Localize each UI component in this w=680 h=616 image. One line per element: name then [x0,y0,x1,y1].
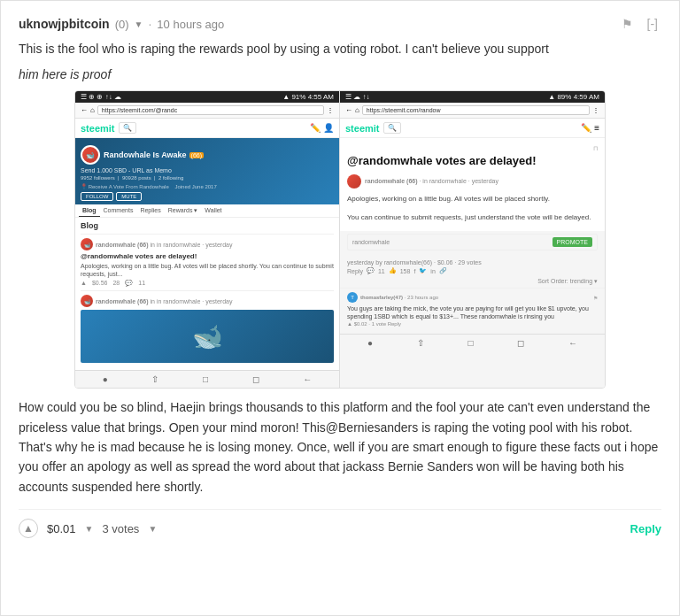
profile-name: Randowhale Is Awake [104,150,187,159]
like-count: 158 [400,268,411,274]
left-status-bar: ☰ ⊕ ⊕ ↑↓ ☁ ▲ 91% 4:55 AM [75,91,339,103]
right-nav-back-btn[interactable]: ← [568,338,577,348]
tab-replies[interactable]: Replies [136,204,164,217]
right-status-time: ▲ 89% 4:59 AM [548,93,599,101]
article-author-row: randomwhale (66) · in randomwhale · yest… [347,174,598,189]
timestamp: 10 hours ago [157,18,224,31]
profile-location-row: 📍 Receive A Vote From Randowhale Joined … [81,183,334,189]
blog-title: Blog [81,221,334,230]
post-container: uknowjpbitcoin (0) ▼ · 10 hours ago ⚑ [-… [0,0,680,616]
left-screenshot: ☰ ⊕ ⊕ ↑↓ ☁ ▲ 91% 4:55 AM ← ⌂ https://ste… [75,91,340,388]
like-icon[interactable]: 👍 [389,267,397,274]
sort-row: Sort Order: trending ▾ [347,278,598,285]
right-url[interactable]: https://steemit.com/randow [362,105,590,115]
right-more-icon[interactable]: ⋮ [592,106,599,114]
reputation: (0) [115,18,129,31]
right-nav-tabs[interactable]: ◻ [517,338,524,348]
reply-action[interactable]: Reply [347,268,363,274]
article-footer: yesterday by randomwhale(66) · $0.06 · 2… [340,257,605,288]
comment-header: T thomasfarley(47) · 23 hours ago ⚑ [347,292,598,303]
article-body-2: You can continue to submit requests, jus… [347,212,598,222]
right-nav-back[interactable]: ● [367,338,373,348]
blog-post-1-excerpt: Apologies, working on a little bug. All … [81,262,334,278]
profile-avatar: 🐋 [81,145,100,165]
right-screenshot: ☰ ☁ ↑↓ ▲ 89% 4:59 AM ← ⌂ https://steemit… [340,91,605,388]
blog-post-1-avatar: 🐋 [81,238,93,250]
back-icon[interactable]: ← [81,106,88,114]
left-search[interactable]: 🔍 [119,122,136,134]
blog-post-1-title: @randomwhale votes are delayed! [81,252,334,260]
upvote-icon[interactable]: ▲ [81,280,87,287]
tab-wallet[interactable]: Wallet [201,204,225,217]
facebook-icon[interactable]: f [413,268,415,274]
nav-forward-icon[interactable]: ⇧ [151,374,158,384]
link-icon[interactable]: 🔗 [439,267,447,274]
comment-flag[interactable]: ⚑ [593,295,598,301]
blog-post-2-image: 🐋 [81,310,334,363]
nav-back-icon[interactable]: ● [103,374,108,384]
linkedin-icon[interactable]: in [430,268,435,274]
blog-post-1-header: 🐋 randomwhale (66) in in randomwhale · y… [81,238,334,250]
home-icon[interactable]: ⌂ [90,106,95,114]
post-text-top: This is the fool who is raping the rewar… [19,40,661,58]
collapse-button[interactable]: [-] [644,15,661,33]
article-actions-row: Reply 💬 11 👍 158 f 🐦 in 🔗 [347,267,598,274]
location-icon: 📍 [81,184,87,189]
comment-item-1: T thomasfarley(47) · 23 hours ago ⚑ You … [347,292,598,327]
username: uknowjpbitcoin [19,17,110,31]
right-avatar-icon: ✏️ ≡ [581,123,599,133]
tab-blog[interactable]: Blog [79,204,100,217]
comment-count: 11 [378,268,385,274]
username-dropdown-icon[interactable]: ▼ [135,19,143,29]
mute-button[interactable]: MUTE [116,192,142,201]
left-url[interactable]: https://steemit.com/@randc [97,105,324,115]
right-bottom-bar: ● ⇧ □ ◻ ← [340,334,605,351]
tab-rewards[interactable]: Rewards ▾ [165,204,202,217]
right-nav-forward[interactable]: ⇧ [417,338,424,348]
more-icon[interactable]: ⋮ [327,106,334,114]
vote-input[interactable]: randomwhale [352,239,550,245]
flag-button[interactable]: ⚑ [618,15,637,33]
right-home-icon[interactable]: ⌂ [355,106,359,114]
article-author-avatar [347,174,361,189]
blog-post-2-header: 🐋 randomwhale (66) in in randomwhale · y… [81,295,334,307]
tab-comments[interactable]: Comments [100,204,137,217]
comment-text: You guys are taking the mick, the vote y… [347,304,598,320]
blog-post-1-meta: randomwhale (66) in in randomwhale · yes… [96,242,232,248]
post-footer: ▲ $0.01 ▼ 3 votes ▼ Reply [19,509,661,538]
left-logo: steemit [81,123,115,134]
nav-tabs-icon[interactable]: ◻ [252,374,259,384]
blog-post-2: 🐋 randomwhale (66) in in randomwhale · y… [81,290,334,366]
nav-home-btn[interactable]: □ [203,374,208,384]
whale-image-icon: 🐋 [192,322,223,351]
comment-avatar: T [347,292,358,303]
blog-post-2-meta: randomwhale (66) in in randomwhale · yes… [96,298,232,304]
profile-stats: 9952 followers | 90928 posts | 2 followi… [81,175,334,181]
follow-button[interactable]: FOLLOW [81,192,113,201]
comment-meta: thomasfarley(47) · 23 hours ago [360,295,438,300]
article-header: ⊓ @randomwhale votes are delayed! random… [340,138,605,231]
promote-button[interactable]: PROMOTE [552,237,592,247]
right-back-icon[interactable]: ← [345,106,352,114]
right-search[interactable]: 🔍 [383,122,401,134]
comment-vote: ▲ $0.02 · 1 vote Reply [347,321,598,327]
payout-dropdown-icon[interactable]: ▼ [85,524,94,534]
profile-info: Randowhale Is Awake (66) [104,150,204,159]
twitter-icon[interactable]: 🐦 [419,267,427,274]
right-browser-bar: ← ⌂ https://steemit.com/randow ⋮ [340,103,605,119]
profile-bio: Send 1.000 SBD - URL as Memo [81,167,334,173]
nav-back-btn[interactable]: ← [303,374,312,384]
reply-button[interactable]: Reply [630,522,661,535]
left-browser-bar: ← ⌂ https://steemit.com/@randc ⋮ [75,103,339,119]
comment-upvote[interactable]: ▲ [347,321,352,327]
vote-count: 3 votes [102,522,139,535]
vote-up-button[interactable]: ▲ [19,519,38,538]
comment-reply-link[interactable]: Reply [388,321,401,327]
vote-count-dropdown-icon[interactable]: ▼ [148,524,157,534]
profile-tabs: Blog Comments Replies Rewards ▾ Wallet [75,204,339,218]
inline-label: him here is proof [19,67,661,81]
profile-banner: 🐋 Randowhale Is Awake (66) Send 1.000 SB… [75,138,339,204]
right-nav-home[interactable]: □ [468,338,474,348]
article-body-1: Apologies, working on a little bug. All … [347,194,598,204]
right-status-bar: ☰ ☁ ↑↓ ▲ 89% 4:59 AM [340,91,605,103]
